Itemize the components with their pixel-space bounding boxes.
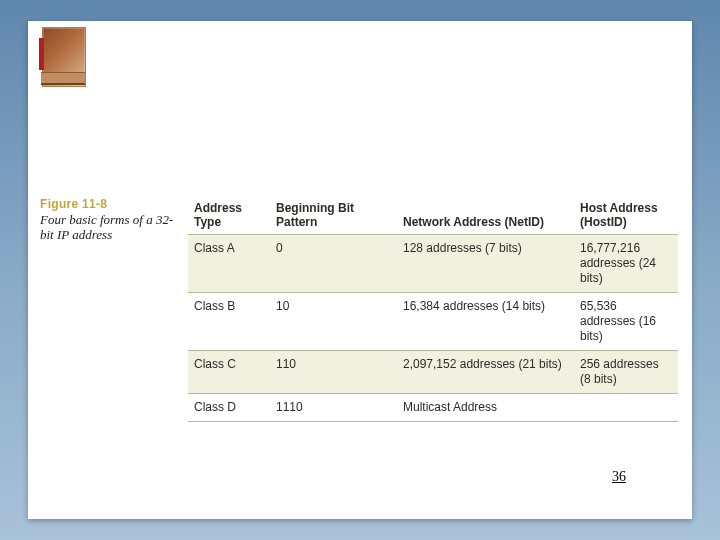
- th-hostid: Host Address (HostID): [574, 197, 678, 235]
- table-row: Class C 110 2,097,152 addresses (21 bits…: [188, 351, 678, 394]
- page-number: 36: [612, 469, 626, 485]
- cell-pattern: 10: [270, 293, 397, 351]
- cell-hostid: [574, 394, 678, 422]
- figure-caption-block: Figure 11-8 Four basic forms of a 32-bit…: [40, 197, 188, 243]
- cell-netid: 2,097,152 addresses (21 bits): [397, 351, 574, 394]
- figure-table: Address Type Beginning Bit Pattern Netwo…: [188, 197, 678, 422]
- cell-netid: Multicast Address: [397, 394, 574, 422]
- figure-caption: Four basic forms of a 32-bit IP address: [40, 213, 180, 243]
- cell-type: Class D: [188, 394, 270, 422]
- th-netid: Network Address (NetID): [397, 197, 574, 235]
- table-row: Class B 10 16,384 addresses (14 bits) 65…: [188, 293, 678, 351]
- thumbnail-image: [42, 27, 86, 87]
- table-row: Class D 1110 Multicast Address: [188, 394, 678, 422]
- cell-type: Class A: [188, 235, 270, 293]
- cell-netid: 16,384 addresses (14 bits): [397, 293, 574, 351]
- ip-class-table: Address Type Beginning Bit Pattern Netwo…: [188, 197, 678, 422]
- table-header-row: Address Type Beginning Bit Pattern Netwo…: [188, 197, 678, 235]
- figure-label: Figure 11-8: [40, 197, 188, 211]
- cell-pattern: 110: [270, 351, 397, 394]
- cell-type: Class C: [188, 351, 270, 394]
- cell-netid: 128 addresses (7 bits): [397, 235, 574, 293]
- cell-pattern: 1110: [270, 394, 397, 422]
- content-area: Figure 11-8 Four basic forms of a 32-bit…: [40, 197, 680, 422]
- table-row: Class A 0 128 addresses (7 bits) 16,777,…: [188, 235, 678, 293]
- cell-hostid: 16,777,216 addresses (24 bits): [574, 235, 678, 293]
- cell-hostid: 65,536 addresses (16 bits): [574, 293, 678, 351]
- th-bit-pattern: Beginning Bit Pattern: [270, 197, 397, 235]
- th-address-type: Address Type: [188, 197, 270, 235]
- cell-hostid: 256 addresses (8 bits): [574, 351, 678, 394]
- cell-pattern: 0: [270, 235, 397, 293]
- slide: Figure 11-8 Four basic forms of a 32-bit…: [28, 21, 692, 519]
- cell-type: Class B: [188, 293, 270, 351]
